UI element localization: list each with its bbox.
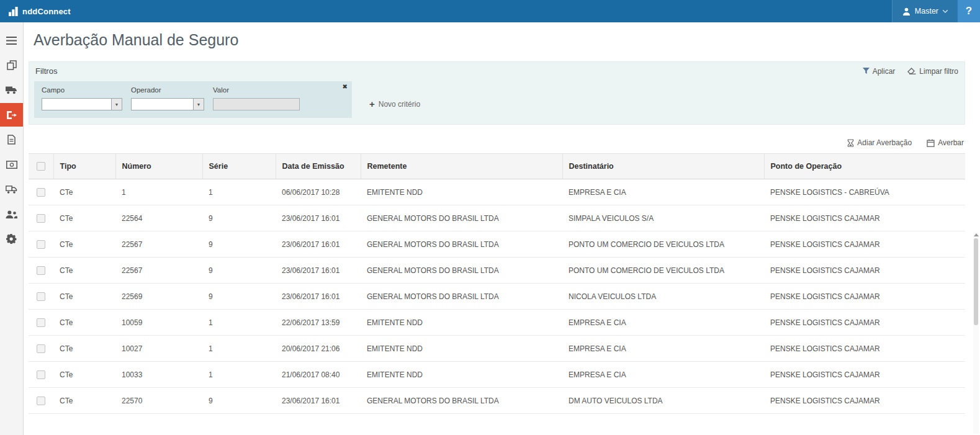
apply-filter-label: Aplicar — [873, 67, 896, 76]
table-cell: 1 — [202, 179, 276, 205]
table-cell: PENSKE LOGISTICS CAJAMAR — [764, 310, 965, 336]
table-scrollbar[interactable] — [973, 232, 979, 434]
table-cell: 10059 — [115, 310, 202, 336]
table-cell: PENSKE LOGISTICS CAJAMAR — [764, 388, 965, 414]
money-icon — [6, 161, 17, 169]
dropdown-arrow-icon: ▼ — [111, 99, 122, 110]
row-checkbox[interactable] — [37, 292, 45, 301]
results-table: TipoNúmeroSérieData de EmissãoRemetenteD… — [29, 153, 965, 414]
table-row[interactable]: CTe22570923/06/2017 16:01GENERAL MOTORS … — [29, 388, 965, 414]
row-checkbox[interactable] — [37, 188, 45, 197]
table-cell: EMPRESA E CIA — [562, 310, 764, 336]
dropdown-arrow-icon: ▼ — [193, 99, 204, 110]
table-cell: EMPRESA E CIA — [562, 336, 764, 362]
sidebar-item-documents[interactable] — [0, 53, 23, 77]
new-criterion-label: Novo critério — [379, 100, 420, 109]
table-cell: CTe — [53, 179, 115, 205]
select-all-checkbox[interactable] — [37, 162, 45, 171]
column-header[interactable]: Data de Emissão — [276, 154, 361, 179]
table-row[interactable]: CTe22564923/06/2017 16:01GENERAL MOTORS … — [29, 205, 965, 231]
operador-select[interactable]: ▼ — [131, 98, 204, 110]
table-body: CTe1106/06/2017 10:28EMITENTE NDDEMPRESA… — [29, 179, 965, 414]
table-cell: 23/06/2017 16:01 — [276, 205, 361, 231]
valor-input[interactable] — [213, 98, 300, 110]
topbar-right: Master ? — [892, 0, 980, 22]
apply-filter-button[interactable]: Aplicar — [863, 67, 896, 76]
table-cell: GENERAL MOTORS DO BRASIL LTDA — [361, 388, 562, 414]
sidebar-item-freight[interactable] — [0, 177, 23, 201]
table-cell: EMITENTE NDD — [361, 362, 562, 388]
filters-panel: Filtros Aplicar Limpar filtr — [29, 61, 965, 125]
table-cell: 22567 — [115, 231, 202, 258]
table-cell: 1 — [115, 179, 202, 205]
table-cell: PONTO UM COMERCIO DE VEICULOS LTDA — [562, 258, 764, 284]
operador-label: Operador — [131, 86, 204, 94]
table-cell: EMITENTE NDD — [361, 310, 562, 336]
brand[interactable]: nddConnect — [0, 0, 79, 22]
table-cell: EMPRESA E CIA — [562, 179, 764, 205]
table-row[interactable]: CTe10027120/06/2017 21:06EMITENTE NDDEMP… — [29, 336, 965, 362]
brand-logo-icon — [9, 7, 18, 16]
table-cell: 06/06/2017 10:28 — [276, 179, 361, 205]
table-row[interactable]: CTe22569923/06/2017 16:01GENERAL MOTORS … — [29, 284, 965, 310]
column-header[interactable]: Série — [202, 154, 276, 179]
scroll-up-arrow-icon[interactable] — [974, 233, 979, 236]
table-row[interactable]: CTe1106/06/2017 10:28EMITENTE NDDEMPRESA… — [29, 179, 965, 205]
table-cell: 22569 — [115, 284, 202, 310]
table-cell: CTe — [53, 310, 115, 336]
row-checkbox[interactable] — [37, 397, 45, 405]
sidebar-item-transport[interactable] — [0, 78, 23, 102]
table-cell: PENSKE LOGISTICS - CABREÚVA — [764, 179, 965, 205]
table-cell: 23/06/2017 16:01 — [276, 231, 361, 258]
sidebar-item-averbacao[interactable] — [0, 103, 23, 127]
help-button[interactable]: ? — [958, 0, 980, 22]
table-cell: DM AUTO VEICULOS LTDA — [562, 388, 764, 414]
column-header[interactable]: Ponto de Operação — [764, 154, 965, 179]
table-cell: EMPRESA E CIA — [562, 362, 764, 388]
sidebar-item-users[interactable] — [0, 202, 23, 226]
user-menu-button[interactable]: Master — [892, 0, 958, 22]
column-header[interactable]: Número — [115, 154, 202, 179]
campo-select[interactable]: ▼ — [42, 98, 122, 110]
users-icon — [6, 210, 17, 218]
table-row[interactable]: CTe10059122/06/2017 13:59EMITENTE NDDEMP… — [29, 310, 965, 336]
table-cell: CTe — [53, 284, 115, 310]
sidebar — [0, 22, 24, 435]
filters-actions: Aplicar Limpar filtro — [863, 67, 958, 76]
table-cell: PONTO UM COMERCIO DE VEICULOS LTDA — [562, 231, 764, 258]
filters-title: Filtros — [35, 66, 57, 76]
hourglass-icon — [847, 139, 854, 147]
row-checkbox[interactable] — [37, 344, 45, 353]
sidebar-item-billing[interactable] — [0, 153, 23, 176]
sidebar-item-settings[interactable] — [0, 227, 23, 251]
column-header[interactable]: Tipo — [53, 154, 115, 179]
table-cell: 22564 — [115, 205, 202, 231]
field-group-operador: Operador ▼ — [131, 86, 204, 110]
brand-name: nddConnect — [22, 7, 71, 16]
user-icon — [902, 7, 910, 16]
postpone-button[interactable]: Adiar Averbação — [847, 138, 912, 147]
scrollbar-thumb[interactable] — [974, 238, 978, 325]
column-header[interactable]: Remetente — [361, 154, 562, 179]
table-cell: PENSKE LOGISTICS CAJAMAR — [764, 231, 965, 258]
table-row[interactable]: CTe22567923/06/2017 16:01GENERAL MOTORS … — [29, 258, 965, 284]
sidebar-menu-toggle[interactable] — [0, 29, 23, 52]
row-checkbox[interactable] — [37, 318, 45, 327]
column-header[interactable]: Destinatário — [562, 154, 764, 179]
table-cell: CTe — [53, 362, 115, 388]
table-cell: SIMPALA VEICULOS S/A — [562, 205, 764, 231]
row-checkbox[interactable] — [37, 214, 45, 223]
clear-filter-button[interactable]: Limpar filtro — [907, 67, 958, 76]
row-checkbox[interactable] — [37, 240, 45, 249]
remove-criterion-button[interactable]: ✖ — [343, 83, 348, 91]
endorse-button[interactable]: Averbar — [927, 138, 964, 147]
row-checkbox[interactable] — [37, 266, 45, 275]
table-row[interactable]: CTe10033121/06/2017 08:40EMITENTE NDDEMP… — [29, 362, 965, 388]
field-group-valor: Valor — [213, 86, 300, 110]
new-criterion-button[interactable]: + Novo critério — [369, 100, 420, 109]
sidebar-item-files[interactable] — [0, 128, 23, 151]
row-checkbox[interactable] — [37, 370, 45, 379]
select-all-header — [29, 154, 53, 179]
user-name: Master — [915, 7, 938, 16]
table-row[interactable]: CTe22567923/06/2017 16:01GENERAL MOTORS … — [29, 231, 965, 258]
